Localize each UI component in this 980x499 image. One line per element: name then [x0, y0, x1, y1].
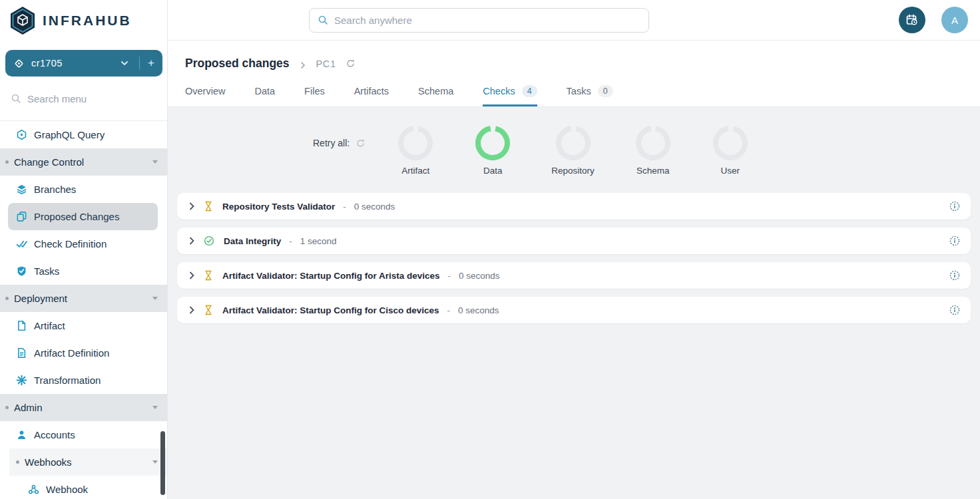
avatar[interactable]: A	[941, 7, 968, 33]
sidebar-item-artifact[interactable]: Artifact	[0, 312, 167, 339]
tab-data[interactable]: Data	[254, 85, 275, 106]
sidebar-item-webhook[interactable]: Webhook	[0, 476, 167, 499]
validator-name: Repository Tests Validator	[222, 202, 335, 212]
separator: -	[447, 305, 451, 315]
bullet-icon	[5, 406, 9, 409]
caret-down-icon	[152, 406, 158, 409]
gauge-schema[interactable]: Schema	[634, 124, 672, 176]
chevron-right-icon	[299, 60, 307, 68]
add-branch-button[interactable]: +	[139, 57, 154, 70]
validator-row[interactable]: Artifact Validator: Startup Config for C…	[177, 297, 971, 323]
gauge-artifact[interactable]: Artifact	[397, 124, 434, 176]
validator-list: Repository Tests Validator - 0 seconds D…	[177, 193, 971, 323]
artifact-icon	[16, 320, 27, 331]
gauge-ring-icon	[712, 124, 749, 162]
sidebar-search-input[interactable]	[27, 93, 160, 104]
tab-files[interactable]: Files	[304, 85, 325, 106]
tasks-count-badge: 0	[598, 85, 613, 97]
webhook-icon	[28, 484, 39, 495]
sidebar-group-admin[interactable]: Admin	[0, 394, 167, 421]
branch-selector[interactable]: cr1705 +	[5, 50, 162, 77]
pending-icon	[204, 201, 213, 212]
sidebar-group-label: Deployment	[14, 293, 67, 304]
chevron-right-icon[interactable]	[186, 201, 197, 212]
separator: -	[343, 202, 346, 212]
chevron-right-icon[interactable]	[186, 270, 197, 281]
breadcrumb-item[interactable]: PC1	[316, 59, 336, 69]
branch-icon	[13, 58, 25, 69]
sidebar-item-transformation[interactable]: Transformation	[0, 367, 167, 394]
sidebar-item-artifact-definition[interactable]: Artifact Definition	[0, 339, 167, 367]
caret-down-icon	[152, 460, 158, 464]
validator-gauges: Artifact Data Repository Schema	[397, 124, 749, 176]
sidebar-item-branches[interactable]: Branches	[0, 176, 167, 203]
gauge-ring-icon	[555, 124, 592, 162]
tab-artifacts[interactable]: Artifacts	[354, 85, 389, 106]
sidebar-item-label: Artifact	[34, 320, 65, 331]
branch-name: cr1705	[31, 58, 114, 69]
caret-down-icon	[152, 297, 158, 300]
sidebar-nav: GraphQL Query Change Control Branches Pr…	[0, 120, 167, 499]
sidebar-item-label: Proposed Changes	[34, 211, 119, 222]
check-definition-icon	[16, 238, 27, 250]
tab-tasks[interactable]: Tasks 0	[567, 85, 613, 106]
sidebar-item-accounts[interactable]: Accounts	[0, 421, 167, 448]
breadcrumb: Proposed changes PC1	[185, 57, 980, 71]
tab-checks[interactable]: Checks 4	[483, 85, 537, 106]
retry-all: Retry all:	[313, 138, 366, 148]
gauge-repository[interactable]: Repository	[551, 124, 595, 176]
avatar-initial: A	[951, 15, 958, 26]
info-icon[interactable]	[949, 270, 960, 281]
sidebar-group-label: Admin	[14, 402, 43, 413]
validator-duration: 0 seconds	[459, 271, 500, 281]
info-icon[interactable]	[949, 305, 960, 315]
search-icon	[318, 15, 328, 25]
chevron-right-icon[interactable]	[186, 236, 197, 246]
checks-count-badge: 4	[522, 85, 537, 97]
refresh-icon[interactable]	[346, 59, 356, 69]
transformation-icon	[16, 375, 27, 386]
sidebar-item-label: Accounts	[34, 429, 75, 440]
caret-down-icon	[152, 160, 158, 164]
app-window: INFRAHUB cr1705 +	[0, 0, 980, 499]
chevron-right-icon[interactable]	[186, 305, 197, 315]
sidebar-item-check-definition[interactable]: Check Definition	[0, 230, 167, 257]
gauge-user[interactable]: User	[712, 124, 749, 176]
validator-row[interactable]: Data Integrity - 1 second	[177, 228, 971, 254]
sidebar-item-label: Tasks	[34, 265, 59, 277]
validator-row[interactable]: Artifact Validator: Startup Config for A…	[177, 262, 971, 289]
sidebar-group-label: Webhooks	[25, 456, 72, 468]
sidebar-group-deployment[interactable]: Deployment	[0, 285, 167, 312]
bullet-icon	[5, 297, 9, 300]
sidebar-scrollbar[interactable]	[160, 431, 165, 495]
app-logo[interactable]: INFRAHUB	[0, 0, 167, 41]
info-icon[interactable]	[949, 201, 960, 212]
gauge-data[interactable]: Data	[474, 124, 511, 176]
sidebar-item-graphql-query[interactable]: GraphQL Query	[0, 121, 167, 148]
tab-schema[interactable]: Schema	[418, 85, 453, 106]
success-icon	[204, 236, 214, 246]
sidebar-search[interactable]	[0, 77, 167, 120]
infrahub-logo-icon	[9, 6, 36, 35]
tab-overview[interactable]: Overview	[185, 85, 225, 106]
pending-icon	[204, 270, 213, 281]
validator-row[interactable]: Repository Tests Validator - 0 seconds	[177, 193, 971, 220]
validator-duration: 0 seconds	[354, 202, 395, 212]
pending-icon	[204, 305, 213, 315]
chevron-down-icon	[121, 59, 128, 67]
retry-all-icon[interactable]	[356, 138, 366, 148]
sidebar-group-change-control[interactable]: Change Control	[0, 148, 167, 176]
page-header: Proposed changes PC1 Overview Data Files…	[168, 41, 980, 107]
sidebar-item-tasks[interactable]: Tasks	[0, 257, 167, 285]
sidebar-subgroup-webhooks[interactable]: Webhooks	[9, 448, 167, 476]
bullet-icon	[5, 160, 9, 164]
info-icon[interactable]	[949, 236, 960, 246]
sidebar-item-proposed-changes[interactable]: Proposed Changes	[8, 203, 158, 230]
separator: -	[448, 271, 451, 281]
global-search[interactable]	[309, 8, 649, 33]
checks-panel: Retry all: Artifact Data	[168, 107, 980, 499]
validator-name: Artifact Validator: Startup Config for A…	[222, 271, 440, 281]
time-travel-button[interactable]	[899, 7, 925, 33]
validator-name: Artifact Validator: Startup Config for C…	[222, 305, 439, 315]
global-search-input[interactable]	[334, 15, 640, 26]
